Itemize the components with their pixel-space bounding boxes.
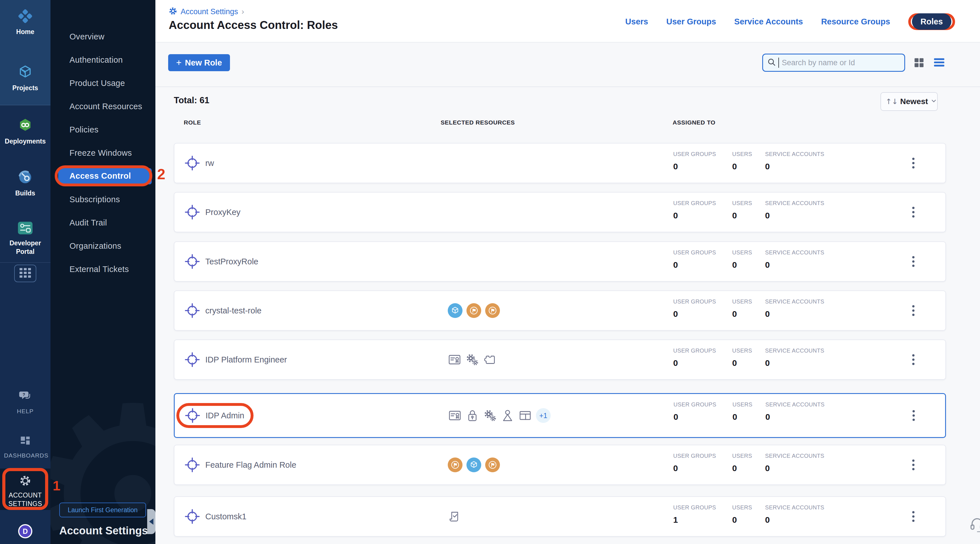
table-row[interactable]: Customsk1USER GROUPS1USERS0SERVICE ACCOU… (174, 496, 946, 537)
table-row[interactable]: IDP Admin+1USER GROUPS0USERS0SERVICE ACC… (174, 393, 946, 438)
account-settings-gear-icon (19, 474, 32, 488)
rail-item-dashboards[interactable]: DASHBOARDS (0, 434, 51, 460)
user-groups-count: 0 (673, 358, 716, 368)
role-name[interactable]: IDP Platform Engineer (205, 355, 287, 364)
row-menu-button[interactable] (909, 508, 917, 525)
sidebar-item-authentication[interactable]: Authentication (51, 48, 155, 72)
rail-item-account-settings[interactable]: ACCOUNT SETTINGS (0, 474, 51, 508)
sidebar-item-audit-trail[interactable]: Audit Trail (51, 211, 155, 234)
tab-resource-groups[interactable]: Resource Groups (821, 17, 890, 26)
rail-label-builds: Builds (4, 189, 46, 197)
table-row[interactable]: IDP Platform EngineerUSER GROUPS0USERS0S… (174, 339, 946, 380)
tab-users[interactable]: Users (625, 17, 648, 26)
sidebar-item-access-control[interactable]: Access Control (51, 164, 155, 188)
role-name[interactable]: Customsk1 (205, 512, 247, 521)
sidebar-item-product-usage[interactable]: Product Usage (51, 72, 155, 95)
users-count: 0 (732, 260, 752, 270)
role-name[interactable]: Feature Flag Admin Role (205, 460, 296, 470)
role-name[interactable]: rw (205, 159, 214, 168)
breadcrumb[interactable]: Account Settings › (169, 7, 244, 16)
role-name[interactable]: crystal-test-role (205, 306, 261, 315)
role-crosshair-icon (184, 204, 200, 220)
table-row[interactable]: TestProxyRoleUSER GROUPS0USERS0SERVICE A… (174, 241, 946, 282)
search-input[interactable] (782, 59, 900, 67)
rail-item-developer-portal[interactable]: Developer Portal (0, 221, 51, 256)
table-row[interactable]: ProxyKeyUSER GROUPS0USERS0SERVICE ACCOUN… (174, 192, 946, 232)
selected-resources (448, 353, 496, 366)
tab-roles[interactable]: Roles (912, 13, 951, 30)
row-menu-button[interactable] (909, 155, 917, 171)
sidebar-item-overview[interactable]: Overview (51, 25, 155, 48)
more-resources-badge[interactable]: +1 (536, 408, 551, 423)
page-header: Account Settings › Account Access Contro… (155, 0, 980, 43)
role-crosshair-icon (184, 155, 200, 171)
rail-label-home: Home (4, 27, 46, 36)
rail-label-projects: Projects (4, 84, 46, 92)
search-box (762, 54, 905, 72)
role-name[interactable]: ProxyKey (205, 208, 240, 217)
launch-first-generation-button[interactable]: Launch First Generation (59, 503, 146, 517)
selected-resources: +1 (448, 408, 551, 423)
rail-item-builds[interactable]: Builds (0, 169, 51, 197)
svg-text:?: ? (22, 392, 25, 397)
selected-resources (448, 510, 461, 523)
tab-user-groups[interactable]: User Groups (667, 17, 716, 26)
sort-dropdown[interactable]: ↑↓ Newest (880, 92, 938, 111)
grid-view-button[interactable] (913, 57, 925, 68)
role-name[interactable]: IDP Admin (205, 411, 244, 420)
list-view-button[interactable] (933, 57, 945, 68)
gears-icon (465, 353, 479, 366)
support-headset-icon[interactable] (969, 516, 980, 533)
flag-orange-icon (485, 303, 500, 318)
rail-item-home[interactable]: Home (0, 8, 51, 36)
sidebar-item-account-resources[interactable]: Account Resources (51, 95, 155, 118)
users-label: USERS (732, 401, 752, 408)
sidebar-item-policies[interactable]: Policies (51, 118, 155, 141)
row-menu-button[interactable] (910, 407, 918, 424)
row-menu-button[interactable] (909, 302, 917, 319)
home-icon (18, 8, 33, 25)
module-grid-icon (19, 268, 31, 279)
toolbar-divider (155, 86, 980, 87)
users-label: USERS (732, 298, 752, 305)
role-crosshair-icon (184, 303, 200, 318)
settings-menu: OverviewAuthenticationProduct UsageAccou… (51, 25, 155, 281)
user-avatar[interactable]: D (18, 524, 32, 538)
service-accounts-label: SERVICE ACCOUNTS (765, 249, 824, 256)
rail-item-help[interactable]: ? HELP (0, 390, 51, 415)
sidebar-item-external-tickets[interactable]: External Tickets (51, 258, 155, 281)
role-crosshair-icon (184, 457, 200, 473)
row-menu-button[interactable] (909, 253, 917, 270)
sort-arrows-icon: ↑↓ (886, 97, 898, 106)
sidebar-item-freeze-windows[interactable]: Freeze Windows (51, 141, 155, 164)
column-header-assigned: ASSIGNED TO (673, 119, 716, 126)
sidebar-item-label: Subscriptions (51, 195, 120, 204)
total-count: Total: 61 (174, 95, 209, 105)
developer-portal-icon (17, 221, 33, 236)
new-role-button[interactable]: + New Role (168, 54, 230, 71)
users-label: USERS (732, 453, 752, 459)
row-menu-button[interactable] (909, 204, 917, 220)
table-row[interactable]: crystal-test-roleUSER GROUPS0USERS0SERVI… (174, 290, 946, 331)
sidebar-item-label: Product Usage (51, 79, 125, 88)
table-row[interactable]: rwUSER GROUPS0USERS0SERVICE ACCOUNTS0 (174, 143, 946, 183)
sidebar-item-organizations[interactable]: Organizations (51, 234, 155, 258)
role-name[interactable]: TestProxyRole (205, 257, 258, 266)
account-settings-sidebar: ⚙ OverviewAuthenticationProduct UsageAcc… (51, 0, 155, 544)
rail-item-deployments[interactable]: Deployments (0, 118, 51, 145)
certificate-icon (448, 409, 461, 422)
gears-icon (483, 409, 497, 422)
sidebar-collapse-button[interactable] (147, 509, 155, 534)
service-accounts-label: SERVICE ACCOUNTS (765, 347, 824, 354)
table-row[interactable]: Feature Flag Admin RoleUSER GROUPS0USERS… (174, 445, 946, 485)
users-label: USERS (732, 249, 752, 256)
column-header-role: ROLE (184, 119, 201, 126)
rail-item-projects[interactable]: Projects (0, 64, 51, 92)
sidebar-item-subscriptions[interactable]: Subscriptions (51, 188, 155, 211)
row-menu-button[interactable] (909, 352, 917, 368)
module-grid-button[interactable] (14, 265, 36, 282)
row-menu-button[interactable] (909, 457, 917, 473)
users-count: 0 (732, 162, 752, 171)
tab-service-accounts[interactable]: Service Accounts (734, 17, 803, 26)
breadcrumb-link[interactable]: Account Settings (181, 7, 238, 16)
